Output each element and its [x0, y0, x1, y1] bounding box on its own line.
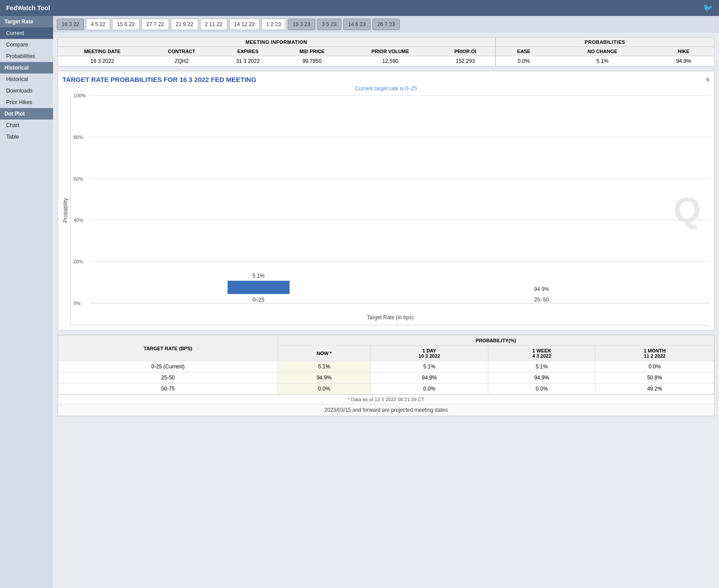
contract-val: ZQH2 — [147, 56, 216, 66]
tab-15622[interactable]: 15 6 22 — [112, 19, 139, 30]
meeting-date-val: 16 3 2022 — [58, 56, 147, 66]
col-mid-price: MID PRICE — [279, 47, 345, 56]
chart-title: TARGET RATE PROBABILITIES FOR 16 3 2022 … — [62, 76, 256, 83]
prob-col-1day: 1 DAY10 3 2022 — [371, 346, 488, 361]
footnote: * Data as of 13 3 2022 08:21:39 CT — [58, 395, 714, 404]
month1-25-50: 50.8% — [595, 372, 714, 383]
col-meeting-date: MEETING DATE — [58, 47, 147, 56]
tab-26723[interactable]: 26 7 23 — [372, 19, 400, 30]
tab-14623[interactable]: 14 6 23 — [343, 19, 371, 30]
prob-table-container: TARGET RATE (BPS) PROBABILITY(%) NOW * 1… — [58, 335, 715, 416]
expires-val: 31 3 2022 — [216, 56, 279, 66]
week1-0-25: 5.1% — [488, 361, 595, 372]
bar-x-label-25-50: 25–50 — [534, 297, 549, 303]
prob-col-now: NOW * — [278, 346, 371, 361]
prior-volume-val: 12,590 — [345, 56, 436, 66]
hike-val: 94.9% — [653, 56, 714, 66]
bar-value-25-50: 94.9% — [534, 286, 549, 292]
sidebar-item-table[interactable]: Table — [0, 131, 53, 143]
dot-plot-header[interactable]: Dot Plot — [0, 108, 53, 120]
prob-row-0-25: 0-25 (Current) 5.1% 5.1% 5.1% 0.0% — [58, 361, 714, 372]
y-label-20: 20% — [73, 259, 83, 264]
day1-25-50: 94.9% — [371, 372, 488, 383]
sidebar-item-current[interactable]: Current — [0, 27, 53, 39]
mid-price-val: 99.7950 — [279, 56, 345, 66]
app-title: FedWatch Tool — [6, 4, 50, 12]
sidebar-item-historical[interactable]: Historical — [0, 74, 53, 85]
y-label-80: 80% — [73, 135, 83, 140]
prob-row: 0.0% 5.1% 94.9% — [496, 56, 714, 66]
probabilities-title: PROBABILITIES — [496, 38, 714, 47]
tab-16322[interactable]: 16 3 22 — [57, 19, 84, 30]
prob-table-rate-header: TARGET RATE (BPS) — [58, 336, 278, 361]
col-hike: HIKE — [653, 47, 714, 56]
col-prior-volume: PRIOR VOLUME — [345, 47, 436, 56]
tab-21922[interactable]: 21 9 22 — [171, 19, 198, 30]
probabilities-section: PROBABILITIES EASE NO CHANGE HIKE 0.0% — [496, 38, 714, 66]
tab-27722[interactable]: 27 7 22 — [141, 19, 169, 30]
prob-col-1month: 1 MONTH11 2 2022 — [595, 346, 714, 361]
now-50-75: 0.0% — [278, 383, 371, 395]
y-label-0: 0% — [73, 301, 81, 306]
gridline-0: 0% — [90, 303, 710, 303]
bar-0-25 — [228, 281, 290, 294]
day1-50-75: 0.0% — [371, 383, 488, 395]
col-contract: CONTRACT — [147, 47, 216, 56]
tab-15323[interactable]: 15 3 23 — [288, 19, 315, 30]
col-expires: EXPIRES — [216, 47, 279, 56]
now-0-25: 5.1% — [278, 361, 371, 372]
no-change-val: 5.1% — [552, 56, 653, 66]
week1-50-75: 0.0% — [488, 383, 595, 395]
prob-table: TARGET RATE (BPS) PROBABILITY(%) NOW * 1… — [58, 335, 714, 395]
prob-col-1week: 1 WEEK4 3 2022 — [488, 346, 595, 361]
y-label-60: 60% — [73, 176, 83, 182]
info-probabilities-container: MEETING INFORMATION MEETING DATE CONTRAC… — [58, 37, 715, 66]
bar-chart-wrapper: Probability Q 100% 80% — [62, 95, 710, 325]
col-ease: EASE — [496, 47, 552, 56]
meeting-info-table: MEETING DATE CONTRACT EXPIRES MID PRICE … — [58, 47, 495, 66]
ease-val: 0.0% — [496, 56, 552, 66]
tab-3523[interactable]: 3 5 23 — [317, 19, 341, 30]
rate-50-75: 50-75 — [58, 383, 278, 395]
prob-row-25-50: 25-50 94.9% 94.9% 94.9% 50.8% — [58, 372, 714, 383]
twitter-icon[interactable]: 🐦 — [703, 3, 713, 13]
hamburger-icon[interactable]: ≡ — [706, 76, 710, 84]
app-header: FedWatch Tool 🐦 — [0, 0, 719, 16]
tab-21122[interactable]: 2 11 22 — [200, 19, 228, 30]
col-prior-oi: PRIOR OI — [436, 47, 495, 56]
month1-50-75: 49.2% — [595, 383, 714, 395]
now-25-50: 94.9% — [278, 372, 371, 383]
tab-4522[interactable]: 4 5 22 — [86, 19, 110, 30]
bar-x-label-0-25: 0–25 — [252, 297, 264, 303]
sidebar-item-downloads[interactable]: Downloads — [0, 85, 53, 97]
meeting-info-section: MEETING INFORMATION MEETING DATE CONTRAC… — [58, 38, 496, 66]
prob-table-pct-header: PROBABILITY(%) — [278, 336, 714, 346]
day1-0-25: 5.1% — [371, 361, 488, 372]
week1-25-50: 94.9% — [488, 372, 595, 383]
target-rate-header[interactable]: Target Rate — [0, 16, 53, 27]
prob-row-50-75: 50-75 0.0% 0.0% 0.0% 49.2% — [58, 383, 714, 395]
chart-header: TARGET RATE PROBABILITIES FOR 16 3 2022 … — [62, 76, 710, 84]
sidebar-item-compare[interactable]: Compare — [0, 39, 53, 50]
sidebar-item-probabilities[interactable]: Probabilities — [0, 50, 53, 62]
rate-0-25: 0-25 (Current) — [58, 361, 278, 372]
bar-item-0-25: 5.1% 0–25 — [214, 273, 303, 303]
historical-header[interactable]: Historical — [0, 62, 53, 74]
sidebar: Target Rate Current Compare Probabilitie… — [0, 16, 53, 588]
y-axis-label: Probability — [62, 95, 69, 325]
bar-value-0-25: 5.1% — [252, 273, 264, 279]
x-axis-title: Target Rate (in bps) — [367, 314, 414, 321]
y-label-100: 100% — [73, 93, 86, 98]
tab-141222[interactable]: 14 12 22 — [229, 19, 260, 30]
tab-1223[interactable]: 1 2 23 — [261, 19, 286, 30]
meeting-info-title: MEETING INFORMATION — [58, 38, 495, 47]
chart-subtitle: Current target rate is 0–25 — [62, 85, 710, 92]
sidebar-item-prior-hikes[interactable]: Prior Hikes — [0, 97, 53, 108]
projected-note: 2023/03/15 and forward are projected mee… — [58, 404, 714, 416]
meeting-info-row: 16 3 2022 ZQH2 31 3 2022 99.7950 12,590 … — [58, 56, 495, 66]
y-label-40: 40% — [73, 217, 83, 223]
sidebar-item-chart[interactable]: Chart — [0, 120, 53, 131]
bar-item-25-50: 94.9% 25–50 — [497, 286, 586, 303]
prior-oi-val: 152,293 — [436, 56, 495, 66]
tabs-bar: 16 3 22 4 5 22 15 6 22 27 7 22 21 9 22 2… — [53, 16, 719, 33]
